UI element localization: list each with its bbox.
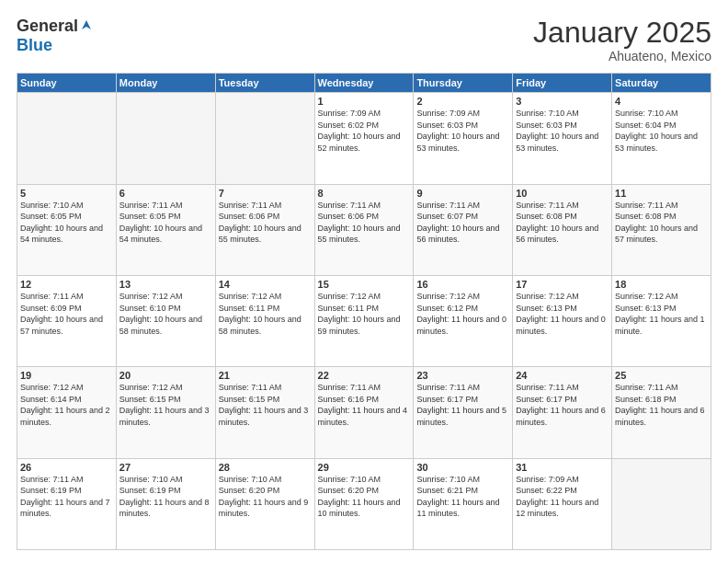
day-info: Sunrise: 7:11 AMSunset: 6:18 PMDaylight:… [615,382,708,428]
day-number: 11 [615,188,708,199]
day-info: Sunrise: 7:10 AMSunset: 6:20 PMDaylight:… [219,474,312,520]
table-row: 28Sunrise: 7:10 AMSunset: 6:20 PMDayligh… [215,458,314,549]
week-row-1: 1Sunrise: 7:09 AMSunset: 6:02 PMDaylight… [17,93,711,184]
table-row: 19Sunrise: 7:12 AMSunset: 6:14 PMDayligh… [17,367,117,458]
day-number: 28 [219,462,312,473]
day-number: 21 [219,370,312,381]
day-number: 29 [318,462,411,473]
day-number: 13 [119,279,212,290]
table-row: 22Sunrise: 7:11 AMSunset: 6:16 PMDayligh… [314,367,414,458]
day-number: 25 [615,370,708,381]
header: General Blue January 2025 Ahuateno, Mexi… [17,17,711,63]
day-info: Sunrise: 7:10 AMSunset: 6:19 PMDaylight:… [119,474,212,520]
header-friday: Friday [513,74,612,93]
day-info: Sunrise: 7:10 AMSunset: 6:05 PMDaylight:… [20,200,113,246]
table-row: 31Sunrise: 7:09 AMSunset: 6:22 PMDayligh… [513,458,612,549]
logo-blue-text: Blue [17,36,52,54]
table-row: 11Sunrise: 7:11 AMSunset: 6:08 PMDayligh… [612,184,711,275]
header-tuesday: Tuesday [215,74,314,93]
title-block: January 2025 Ahuateno, Mexico [533,17,711,63]
day-number: 22 [318,370,411,381]
day-info: Sunrise: 7:12 AMSunset: 6:15 PMDaylight:… [119,382,212,428]
table-row: 29Sunrise: 7:10 AMSunset: 6:20 PMDayligh… [314,458,414,549]
day-info: Sunrise: 7:11 AMSunset: 6:16 PMDaylight:… [318,382,411,428]
day-info: Sunrise: 7:11 AMSunset: 6:09 PMDaylight:… [20,291,113,337]
table-row: 7Sunrise: 7:11 AMSunset: 6:06 PMDaylight… [215,184,314,275]
month-title: January 2025 [533,17,711,49]
table-row: 18Sunrise: 7:12 AMSunset: 6:13 PMDayligh… [612,275,711,366]
day-info: Sunrise: 7:12 AMSunset: 6:10 PMDaylight:… [119,291,212,337]
table-row [612,458,711,549]
logo-general-text: General [17,17,78,36]
table-row [116,93,215,184]
table-row: 15Sunrise: 7:12 AMSunset: 6:11 PMDayligh… [314,275,414,366]
day-info: Sunrise: 7:12 AMSunset: 6:13 PMDaylight:… [615,291,708,337]
table-row: 2Sunrise: 7:09 AMSunset: 6:03 PMDaylight… [414,93,513,184]
day-number: 2 [416,96,509,107]
day-number: 1 [318,96,411,107]
header-monday: Monday [116,74,215,93]
day-number: 4 [615,96,708,107]
table-row: 25Sunrise: 7:11 AMSunset: 6:18 PMDayligh… [612,367,711,458]
day-info: Sunrise: 7:09 AMSunset: 6:03 PMDaylight:… [416,108,509,154]
day-info: Sunrise: 7:11 AMSunset: 6:19 PMDaylight:… [20,474,113,520]
table-row: 10Sunrise: 7:11 AMSunset: 6:08 PMDayligh… [513,184,612,275]
header-wednesday: Wednesday [314,74,414,93]
header-thursday: Thursday [414,74,513,93]
day-info: Sunrise: 7:11 AMSunset: 6:07 PMDaylight:… [416,200,509,246]
table-row: 4Sunrise: 7:10 AMSunset: 6:04 PMDaylight… [612,93,711,184]
day-info: Sunrise: 7:11 AMSunset: 6:05 PMDaylight:… [119,200,212,246]
day-info: Sunrise: 7:10 AMSunset: 6:04 PMDaylight:… [615,108,708,154]
day-number: 31 [516,462,609,473]
table-row: 6Sunrise: 7:11 AMSunset: 6:05 PMDaylight… [116,184,215,275]
logo-arrow-icon [80,18,93,35]
table-row: 26Sunrise: 7:11 AMSunset: 6:19 PMDayligh… [17,458,117,549]
day-number: 24 [516,370,609,381]
day-number: 27 [119,462,212,473]
day-number: 14 [219,279,312,290]
day-info: Sunrise: 7:11 AMSunset: 6:17 PMDaylight:… [516,382,609,428]
day-info: Sunrise: 7:11 AMSunset: 6:17 PMDaylight:… [416,382,509,428]
day-info: Sunrise: 7:12 AMSunset: 6:12 PMDaylight:… [416,291,509,337]
day-info: Sunrise: 7:09 AMSunset: 6:22 PMDaylight:… [516,474,609,520]
page: General Blue January 2025 Ahuateno, Mexi… [0,0,728,563]
logo: General Blue [17,17,93,55]
table-row: 17Sunrise: 7:12 AMSunset: 6:13 PMDayligh… [513,275,612,366]
table-row: 27Sunrise: 7:10 AMSunset: 6:19 PMDayligh… [116,458,215,549]
calendar-table: Sunday Monday Tuesday Wednesday Thursday… [17,73,711,550]
weekday-header-row: Sunday Monday Tuesday Wednesday Thursday… [17,74,711,93]
day-info: Sunrise: 7:12 AMSunset: 6:13 PMDaylight:… [516,291,609,337]
week-row-4: 19Sunrise: 7:12 AMSunset: 6:14 PMDayligh… [17,367,711,458]
table-row: 9Sunrise: 7:11 AMSunset: 6:07 PMDaylight… [414,184,513,275]
day-info: Sunrise: 7:11 AMSunset: 6:08 PMDaylight:… [516,200,609,246]
day-number: 10 [516,188,609,199]
day-number: 5 [20,188,113,199]
table-row: 13Sunrise: 7:12 AMSunset: 6:10 PMDayligh… [116,275,215,366]
week-row-5: 26Sunrise: 7:11 AMSunset: 6:19 PMDayligh… [17,458,711,549]
svg-marker-0 [82,20,91,29]
table-row: 12Sunrise: 7:11 AMSunset: 6:09 PMDayligh… [17,275,117,366]
day-info: Sunrise: 7:11 AMSunset: 6:06 PMDaylight:… [219,200,312,246]
day-info: Sunrise: 7:09 AMSunset: 6:02 PMDaylight:… [318,108,411,154]
table-row: 14Sunrise: 7:12 AMSunset: 6:11 PMDayligh… [215,275,314,366]
day-number: 9 [416,188,509,199]
day-number: 12 [20,279,113,290]
table-row: 1Sunrise: 7:09 AMSunset: 6:02 PMDaylight… [314,93,414,184]
day-info: Sunrise: 7:10 AMSunset: 6:03 PMDaylight:… [516,108,609,154]
day-number: 20 [119,370,212,381]
day-number: 7 [219,188,312,199]
day-info: Sunrise: 7:10 AMSunset: 6:21 PMDaylight:… [416,474,509,520]
table-row: 8Sunrise: 7:11 AMSunset: 6:06 PMDaylight… [314,184,414,275]
day-info: Sunrise: 7:12 AMSunset: 6:11 PMDaylight:… [318,291,411,337]
table-row: 16Sunrise: 7:12 AMSunset: 6:12 PMDayligh… [414,275,513,366]
table-row: 5Sunrise: 7:10 AMSunset: 6:05 PMDaylight… [17,184,117,275]
day-info: Sunrise: 7:10 AMSunset: 6:20 PMDaylight:… [318,474,411,520]
day-number: 23 [416,370,509,381]
table-row: 3Sunrise: 7:10 AMSunset: 6:03 PMDaylight… [513,93,612,184]
day-number: 30 [416,462,509,473]
day-number: 16 [416,279,509,290]
day-info: Sunrise: 7:11 AMSunset: 6:06 PMDaylight:… [318,200,411,246]
day-info: Sunrise: 7:12 AMSunset: 6:11 PMDaylight:… [219,291,312,337]
table-row: 24Sunrise: 7:11 AMSunset: 6:17 PMDayligh… [513,367,612,458]
table-row: 30Sunrise: 7:10 AMSunset: 6:21 PMDayligh… [414,458,513,549]
